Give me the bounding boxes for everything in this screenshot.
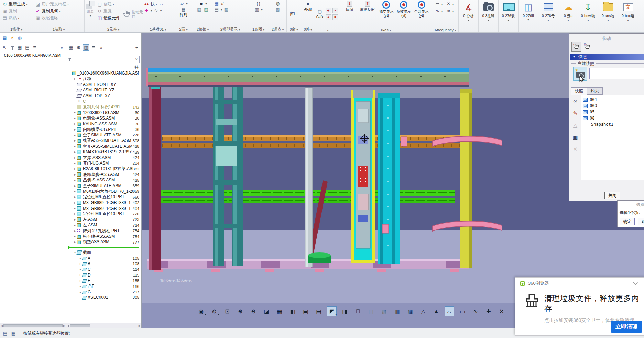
tree-item[interactable]: ▸左.ASM723 <box>66 217 141 222</box>
refit-icon[interactable]: ◪ <box>262 306 271 316</box>
expand-caret-icon[interactable]: ▸ <box>79 279 82 282</box>
snapshot-list-item[interactable]: 001 <box>583 97 644 103</box>
group-label-model-display[interactable]: 2模型显示 ▾ <box>212 27 248 32</box>
tree-item[interactable]: ▸支撑-ASS.ASM424 <box>66 155 141 160</box>
tree-search-input[interactable] <box>73 56 140 63</box>
intent-list-icon[interactable]: ▥ <box>254 7 260 12</box>
sun-icon[interactable]: ☀ <box>9 35 15 41</box>
expand-caret-icon[interactable]: ▸ <box>73 167 77 170</box>
layers-icon[interactable]: ▥ <box>392 306 402 316</box>
expand-caret-icon[interactable]: ▸ <box>73 173 77 176</box>
assemble-button[interactable]: 组装 ▾ <box>86 1 95 27</box>
mapkey-icon-4[interactable]: ■ <box>332 14 338 20</box>
tab-snapshot[interactable]: 快照 <box>571 87 587 95</box>
tree-item[interactable]: _0100-1600X960-KUANGJIA.ASM <box>66 70 141 76</box>
take-snapshot-button[interactable]: ✶ <box>573 67 587 81</box>
create-component-button[interactable]: ▢ 创建▾ <box>96 1 121 8</box>
tree-list-icon[interactable]: ≣ <box>90 44 97 51</box>
tree-funnel-icon[interactable] <box>68 57 72 61</box>
expand-caret-icon[interactable]: ▸ <box>73 212 77 215</box>
tree-hscrollbar[interactable]: ◀ ▶ <box>66 323 141 328</box>
show-all-button[interactable]: 全部显示(yt) <box>413 1 429 18</box>
table-276-button[interactable]: 0-276号▾ <box>538 0 558 32</box>
zoom-out-icon[interactable]: ⊖ <box>249 306 258 316</box>
expand-caret-icon[interactable]: ▸ <box>73 201 77 204</box>
tree-item[interactable]: ▸凸F166 <box>66 283 141 289</box>
copy-button[interactable]: ▣ 复制 <box>1 8 31 14</box>
window-icon[interactable]: ▤ <box>314 306 324 316</box>
display-mode-icon[interactable]: ▤ <box>214 7 219 12</box>
expand-caret-icon[interactable]: ▸ <box>73 128 77 131</box>
expand-caret-icon[interactable]: ▸ <box>73 229 77 233</box>
sketch-display-icon[interactable]: ∿ <box>471 306 480 316</box>
scroll-left-icon[interactable]: ◀ <box>1 324 3 327</box>
expand-caret-icon[interactable]: ▸ <box>73 240 77 244</box>
expand-caret-icon[interactable]: ▸ <box>79 285 82 288</box>
expand-caret-icon[interactable]: ▸ <box>79 273 82 277</box>
filter-icon[interactable] <box>9 44 15 51</box>
tree-item[interactable]: ▸KAUNG-ASS.ASM36 <box>66 121 141 127</box>
tree-item[interactable]: ▸内部横梁-UG.PRT36 <box>66 127 141 132</box>
udf-button[interactable]: ◪ 用户定义特征▾ <box>34 1 83 8</box>
invert-display-button[interactable]: 反转显示(yt) <box>396 1 412 18</box>
scene-icon[interactable]: ▧ <box>223 7 229 12</box>
window-button[interactable]: 窗口 <box>288 11 299 17</box>
tree-item[interactable]: ▸左.ASM724 <box>66 223 141 228</box>
frequent-tool-2[interactable]: ✕▾ <box>445 1 456 7</box>
frequent-tool-1[interactable]: ▭▾ <box>434 1 445 7</box>
tree-item[interactable]: ▸R2A8-89-10181-防撞梁.ASM382 <box>66 166 141 172</box>
toolbar-overflow-icon[interactable]: » <box>58 44 65 51</box>
snapshot-list-item[interactable]: Snapshot1 <box>583 121 644 127</box>
expand-caret-icon[interactable]: ▸ <box>73 207 77 210</box>
group-label-datum[interactable]: 1基准01 ▾ <box>142 27 174 32</box>
mesh-icon[interactable]: ▦ <box>214 1 219 7</box>
tree-display-icon[interactable]: ▦ <box>68 44 74 51</box>
clear-search-icon[interactable]: ✕ <box>135 58 140 61</box>
tree-item[interactable]: ▸盒子SIMULATE.ASM278 <box>66 132 141 138</box>
quick-datum-button[interactable]: 快▾ <box>151 1 157 8</box>
exploded-view-icon[interactable]: ◫ <box>366 306 376 316</box>
zoom-window-icon[interactable]: ⊡ <box>222 306 232 316</box>
inspect-image-icon[interactable]: ▨ <box>275 7 281 12</box>
shrinkwrap-button[interactable]: ▣ 收缩包络 <box>34 15 83 21</box>
ok-button[interactable]: 确定 <box>620 218 635 225</box>
expand-caret-icon[interactable]: ▸ <box>73 122 77 125</box>
expand-caret-icon[interactable]: ▸ <box>73 224 77 227</box>
display-276-button[interactable]: 0-276装▾ <box>499 0 519 32</box>
tree-item[interactable]: ▸阵列 2 / 扎线柱.PRT754 <box>66 228 141 234</box>
expand-caret-icon[interactable]: ▸ <box>73 77 77 80</box>
expand-caret-icon[interactable]: ▸ <box>79 291 82 294</box>
mode-276ii-button[interactable]: ◫0-276II▾ <box>519 0 538 32</box>
snapshot-name-input[interactable] <box>589 68 644 79</box>
tree-item[interactable]: ▸B108 <box>66 261 141 267</box>
snapshot-list-item[interactable]: 05 <box>583 109 644 115</box>
expand-caret-icon[interactable]: ▸ <box>79 262 82 266</box>
repeat-button[interactable]: ↺ 重复 <box>96 8 121 14</box>
cancel-retract-button[interactable]: ↥ 取消反缩 <box>358 1 377 11</box>
pattern-button[interactable]: ▦ 阵列 <box>180 7 187 18</box>
datum-point-icon[interactable]: ✚ <box>144 8 149 13</box>
group-label-frequently[interactable]: 0-frequently ▾ <box>431 28 458 32</box>
monitor-view-icon[interactable]: ▤ <box>24 44 31 51</box>
status-doc2-icon[interactable]: ▦ <box>10 330 17 336</box>
intent-brace-icon[interactable]: { } <box>256 1 261 7</box>
tree-item[interactable]: ▸松不脱-ASS.ASM754 <box>66 234 141 239</box>
tab-constraint[interactable]: 约束 <box>587 87 603 95</box>
scroll-right-icon[interactable]: ▶ <box>63 324 65 327</box>
expand-caret-icon[interactable]: ▾ <box>73 251 77 254</box>
group-label-operations[interactable]: 1操作 ▾ <box>0 27 33 32</box>
tree-item[interactable]: 复制几何 标识14261142 <box>66 104 141 110</box>
tree-item[interactable]: ▸开门-UG.ASM204 <box>66 160 141 166</box>
expand-caret-icon[interactable]: ▸ <box>73 162 77 165</box>
shaded-cube-icon[interactable]: ▣ <box>301 306 310 316</box>
visibility-eye-icon[interactable]: ◉▾ <box>196 306 206 316</box>
snapshot-copy-icon[interactable]: ▣ <box>572 134 578 140</box>
expand-caret-icon[interactable]: ▸ <box>73 218 77 221</box>
image-icon[interactable]: ▧ <box>197 7 202 12</box>
snapshot-list-item[interactable]: 003 <box>583 103 644 109</box>
group-label-as[interactable]: 0-as ▾ <box>341 28 431 32</box>
group-label-get-data[interactable]: 1获取 ▾ <box>33 27 84 32</box>
scroll-right-icon[interactable]: ▶ <box>139 324 141 327</box>
tree-column-header[interactable]: 特 <box>135 65 139 70</box>
group-label-inspect[interactable]: 2调查 ▾ <box>269 27 286 32</box>
